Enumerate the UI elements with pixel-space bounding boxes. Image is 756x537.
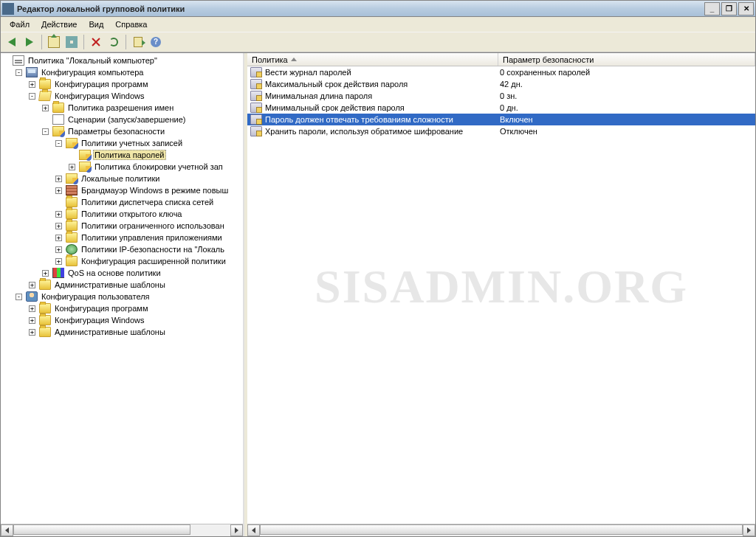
- expand-icon[interactable]: +: [55, 176, 62, 182]
- expand-icon[interactable]: +: [42, 105, 49, 111]
- show-hide-tree-button[interactable]: [63, 34, 80, 50]
- collapse-icon[interactable]: -: [55, 140, 62, 147]
- tree-windows-settings[interactable]: - Конфигурация Windows: [29, 90, 243, 102]
- expand-icon[interactable]: +: [55, 223, 62, 229]
- tree-admin-templates-user[interactable]: + Административные шаблоны: [29, 326, 243, 338]
- folder-icon: [39, 315, 51, 325]
- list-row[interactable]: Вести журнал паролей0 сохраненных пароле…: [247, 66, 755, 78]
- tree-horizontal-scrollbar[interactable]: [1, 524, 243, 536]
- toolbar: ?: [1, 32, 755, 52]
- scroll-right-button[interactable]: [230, 524, 243, 536]
- sort-ascending-icon: [291, 58, 297, 61]
- policy-tree[interactable]: Политика "Локальный компьютер" - Конфигу…: [1, 53, 243, 524]
- list-row[interactable]: Минимальная длина пароля0 зн.: [247, 90, 755, 102]
- tree-user-config[interactable]: - Конфигурация пользователя: [16, 291, 243, 302]
- expand-icon[interactable]: +: [29, 81, 35, 88]
- policy-value: 42 дн.: [498, 80, 755, 89]
- scroll-right-button[interactable]: [743, 524, 755, 536]
- tree-firewall[interactable]: + Брандмауэр Windows в режиме повыш: [55, 184, 243, 196]
- policy-value: 0 сохраненных паролей: [498, 68, 755, 77]
- export-list-button[interactable]: [130, 34, 146, 50]
- column-header-setting[interactable]: Параметр безопасности: [498, 53, 755, 66]
- column-header-policy[interactable]: Политика: [247, 53, 498, 66]
- security-folder-icon: [79, 150, 91, 160]
- tree-account-policies[interactable]: - Политики учетных записей: [55, 137, 243, 149]
- tree-pane: Политика "Локальный компьютер" - Конфигу…: [1, 53, 244, 536]
- expand-icon[interactable]: +: [55, 211, 62, 218]
- refresh-button[interactable]: [106, 34, 122, 50]
- delete-button[interactable]: [88, 34, 104, 50]
- menu-help[interactable]: Справка: [109, 18, 153, 30]
- tree-password-policy[interactable]: Политика паролей: [69, 149, 243, 161]
- scroll-thumb[interactable]: [260, 524, 743, 535]
- folder-icon: [66, 209, 78, 219]
- nav-back-button[interactable]: [4, 34, 20, 50]
- user-icon: [26, 291, 38, 302]
- menu-view[interactable]: Вид: [83, 18, 109, 30]
- scroll-thumb[interactable]: [13, 524, 190, 535]
- scroll-left-button[interactable]: [1, 524, 13, 536]
- tree-software-settings-user[interactable]: + Конфигурация программ: [29, 302, 243, 314]
- tree-windows-settings-user[interactable]: + Конфигурация Windows: [29, 314, 243, 326]
- list-body[interactable]: Вести журнал паролей0 сохраненных пароле…: [247, 66, 755, 524]
- computer-icon: [26, 67, 38, 77]
- arrow-right-icon: [747, 527, 751, 533]
- tree-root[interactable]: Политика "Локальный компьютер": [2, 55, 243, 66]
- delete-icon: [91, 37, 101, 47]
- folder-icon: [39, 280, 51, 290]
- expand-icon[interactable]: +: [29, 305, 35, 312]
- policy-value: 0 дн.: [498, 103, 755, 112]
- minimize-button[interactable]: _: [704, 2, 720, 15]
- folder-icon: [66, 221, 78, 231]
- tree-security-settings[interactable]: - Параметры безопасности: [42, 125, 243, 137]
- scroll-track[interactable]: [13, 524, 230, 536]
- list-row[interactable]: Пароль должен отвечать требованиям сложн…: [247, 114, 755, 125]
- list-row[interactable]: Максимальный срок действия пароля42 дн.: [247, 78, 755, 90]
- menu-file[interactable]: Файл: [4, 18, 35, 30]
- tree-computer-config[interactable]: - Конфигурация компьютера: [16, 66, 243, 78]
- close-button[interactable]: ✕: [738, 2, 754, 15]
- scroll-track[interactable]: [260, 524, 743, 536]
- list-horizontal-scrollbar[interactable]: [247, 524, 755, 536]
- tree-software-settings[interactable]: + Конфигурация программ: [29, 78, 243, 90]
- expand-icon[interactable]: +: [29, 282, 35, 288]
- nav-forward-button[interactable]: [21, 34, 38, 50]
- up-level-button[interactable]: [46, 34, 62, 50]
- tree-lockout-policy[interactable]: + Политика блокировки учетной зап: [69, 161, 243, 173]
- tree-admin-templates-computer[interactable]: + Административные шаблоны: [29, 279, 243, 291]
- tree-network-list[interactable]: Политики диспетчера списка сетей: [55, 196, 243, 208]
- list-row[interactable]: Хранить пароли, используя обратимое шифр…: [247, 125, 755, 137]
- scroll-left-button[interactable]: [247, 524, 260, 536]
- menu-action[interactable]: Действие: [35, 18, 83, 30]
- expand-icon[interactable]: +: [55, 258, 62, 265]
- tree-selected-item: Политика паролей: [93, 150, 166, 160]
- expand-icon[interactable]: +: [55, 235, 62, 241]
- tree-ip-security[interactable]: + Политики IP-безопасности на "Локаль: [55, 243, 243, 255]
- policy-name: Минимальный срок действия пароля: [265, 103, 405, 112]
- refresh-icon: [109, 38, 118, 46]
- collapse-icon[interactable]: -: [16, 69, 22, 76]
- collapse-icon[interactable]: -: [29, 93, 35, 100]
- tree-name-resolution[interactable]: + Политика разрешения имен: [42, 102, 243, 114]
- folder-open-icon: [38, 91, 52, 101]
- expand-icon[interactable]: +: [55, 187, 62, 194]
- tree-public-key[interactable]: + Политики открытого ключа: [55, 208, 243, 220]
- window-controls: _ ❐ ✕: [704, 2, 754, 15]
- collapse-icon[interactable]: -: [42, 128, 49, 135]
- tree-scripts[interactable]: Сценарии (запуск/завершение): [42, 114, 243, 125]
- expand-icon[interactable]: +: [29, 317, 35, 324]
- tree-local-policies[interactable]: + Локальные политики: [55, 173, 243, 184]
- expand-icon[interactable]: +: [55, 246, 62, 253]
- expand-icon[interactable]: +: [42, 270, 49, 277]
- list-row[interactable]: Минимальный срок действия пароля0 дн.: [247, 102, 755, 114]
- tree-qos[interactable]: + QoS на основе политики: [42, 267, 243, 279]
- tree-software-restriction[interactable]: + Политики ограниченного использован: [55, 220, 243, 232]
- help-button[interactable]: ?: [148, 34, 164, 50]
- maximize-button[interactable]: ❐: [721, 2, 737, 15]
- tree-app-control[interactable]: + Политики управления приложениями: [55, 232, 243, 243]
- tree-advanced-audit[interactable]: + Конфигурация расширенной политики: [55, 255, 243, 267]
- policy-value: 0 зн.: [498, 91, 755, 100]
- expand-icon[interactable]: +: [69, 164, 75, 170]
- collapse-icon[interactable]: -: [16, 294, 22, 300]
- expand-icon[interactable]: +: [29, 329, 35, 336]
